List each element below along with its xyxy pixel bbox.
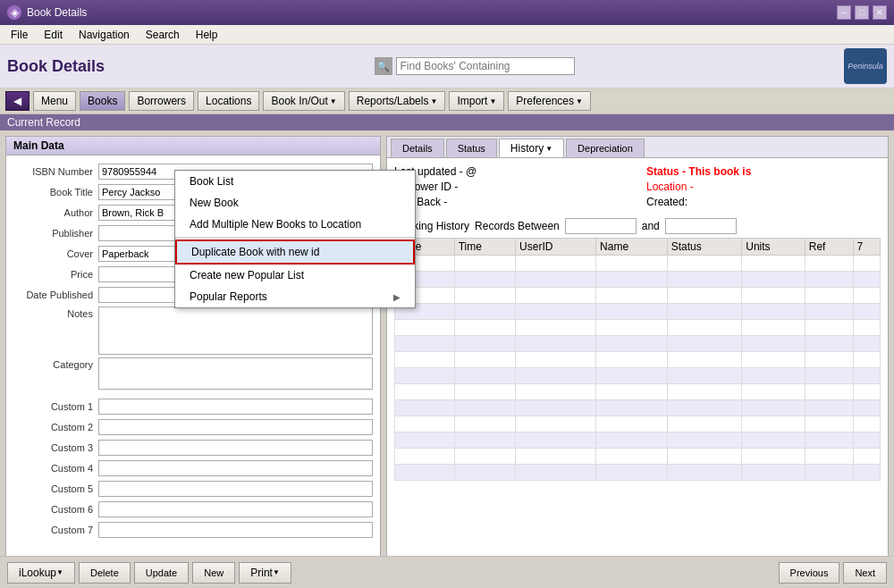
and-label: and xyxy=(642,220,660,232)
menu-item-duplicate-book[interactable]: Duplicate Book with new id xyxy=(175,239,415,265)
title-bar: ◈ Book Details ─ □ ✕ xyxy=(0,0,894,25)
table-cell xyxy=(667,304,742,320)
records-between-start[interactable] xyxy=(565,218,637,234)
table-cell xyxy=(805,465,853,481)
custom7-input[interactable] xyxy=(98,522,373,538)
menu-item-book-list[interactable]: Book List xyxy=(175,171,415,192)
table-cell xyxy=(853,320,880,336)
table-cell xyxy=(516,400,596,416)
table-cell xyxy=(395,384,455,400)
publisher-label: Publisher xyxy=(13,228,98,239)
tab-details[interactable]: Details xyxy=(391,139,444,157)
category-input[interactable] xyxy=(98,357,373,390)
table-cell xyxy=(853,400,880,416)
tab-depreciation[interactable]: Depreciation xyxy=(566,139,645,157)
delete-button[interactable]: Delete xyxy=(79,562,131,584)
table-cell xyxy=(667,336,742,352)
close-button[interactable]: ✕ xyxy=(873,5,887,20)
table-cell xyxy=(853,449,880,465)
table-cell xyxy=(596,384,668,400)
col-ref: Ref xyxy=(805,239,853,256)
preferences-button[interactable]: Preferences ▼ xyxy=(508,91,591,111)
status-right: Status - This book is Location - Created… xyxy=(646,165,881,211)
nav-back-button[interactable]: ◀ xyxy=(5,91,30,111)
menu-item-popular-reports[interactable]: Popular Reports ▶ xyxy=(175,286,415,307)
table-cell xyxy=(667,384,742,400)
table-cell xyxy=(596,288,668,304)
right-panel: Details Status History ▼ Depreciation La… xyxy=(386,136,889,558)
ilookup-button[interactable]: iLookup ▼ xyxy=(7,562,75,584)
reports-labels-button[interactable]: Reports/Labels ▼ xyxy=(349,91,446,111)
table-cell xyxy=(667,288,742,304)
custom4-label: Custom 4 xyxy=(13,463,98,474)
book-inout-button[interactable]: Book In/Out ▼ xyxy=(263,91,344,111)
tab-history[interactable]: History ▼ xyxy=(499,139,564,157)
menu-navigation[interactable]: Navigation xyxy=(72,27,137,43)
custom4-input[interactable] xyxy=(98,460,373,476)
tab-status[interactable]: Status xyxy=(446,139,497,157)
table-cell xyxy=(516,384,596,400)
locations-button[interactable]: Locations xyxy=(198,91,259,111)
table-cell xyxy=(454,465,515,481)
custom1-input[interactable] xyxy=(98,399,373,415)
table-cell xyxy=(742,416,805,433)
custom5-input[interactable] xyxy=(98,481,373,497)
logo: Peninsula xyxy=(844,48,887,84)
main-content: Main Data ISBN Number Book Title Author … xyxy=(0,130,894,563)
menu-item-new-book[interactable]: New Book xyxy=(175,192,415,214)
new-button[interactable]: New xyxy=(192,562,235,584)
table-cell xyxy=(454,320,515,336)
next-button[interactable]: Next xyxy=(843,562,887,584)
custom4-row: Custom 4 xyxy=(13,459,373,477)
custom6-row: Custom 6 xyxy=(13,500,373,518)
books-button[interactable]: Books xyxy=(80,91,125,111)
cover-label: Cover xyxy=(13,248,98,259)
table-cell xyxy=(454,272,515,288)
bottom-right: Previous Next xyxy=(779,562,887,584)
table-cell xyxy=(596,304,668,320)
table-cell xyxy=(395,352,455,368)
import-button[interactable]: Import ▼ xyxy=(449,91,504,111)
custom5-row: Custom 5 xyxy=(13,480,373,498)
menu-file[interactable]: File xyxy=(4,27,35,43)
table-cell xyxy=(742,288,805,304)
table-cell xyxy=(667,368,742,384)
menu-help[interactable]: Help xyxy=(189,27,225,43)
records-between-end[interactable] xyxy=(665,218,737,234)
menu-item-create-popular-list[interactable]: Create new Popular List xyxy=(175,265,415,286)
col-name: Name xyxy=(596,239,668,256)
custom7-label: Custom 7 xyxy=(13,525,98,535)
maximize-button[interactable]: □ xyxy=(855,5,869,20)
menu-edit[interactable]: Edit xyxy=(37,27,70,43)
book-title-label: Book Title xyxy=(13,187,98,197)
price-label: Price xyxy=(13,269,98,280)
table-cell xyxy=(596,449,668,465)
minimize-button[interactable]: ─ xyxy=(837,5,851,20)
custom2-input[interactable] xyxy=(98,419,373,435)
previous-button[interactable]: Previous xyxy=(779,562,840,584)
menu-search[interactable]: Search xyxy=(139,27,187,43)
menu-button[interactable]: Menu xyxy=(33,91,76,111)
table-cell xyxy=(516,336,596,352)
custom6-input[interactable] xyxy=(98,501,373,517)
col-time: Time xyxy=(454,239,515,256)
table-cell xyxy=(667,352,742,368)
app-icon: ◈ xyxy=(7,5,21,20)
bottom-bar: iLookup ▼ Delete Update New Print ▼ Prev… xyxy=(0,556,894,588)
table-cell xyxy=(742,433,805,449)
update-button[interactable]: Update xyxy=(134,562,189,584)
table-cell xyxy=(596,465,668,481)
menu-item-add-multiple[interactable]: Add Multiple New Books to Location xyxy=(175,214,415,235)
custom3-row: Custom 3 xyxy=(13,439,373,457)
table-cell xyxy=(667,256,742,272)
notes-input[interactable] xyxy=(98,307,373,355)
table-cell xyxy=(454,336,515,352)
menu-bar: File Edit Navigation Search Help xyxy=(0,25,894,45)
print-button[interactable]: Print ▼ xyxy=(239,562,291,584)
table-cell xyxy=(516,368,596,384)
borrowers-button[interactable]: Borrowers xyxy=(129,91,194,111)
table-cell xyxy=(516,304,596,320)
search-input[interactable] xyxy=(396,57,575,75)
custom6-label: Custom 6 xyxy=(13,504,98,515)
custom3-input[interactable] xyxy=(98,440,373,456)
